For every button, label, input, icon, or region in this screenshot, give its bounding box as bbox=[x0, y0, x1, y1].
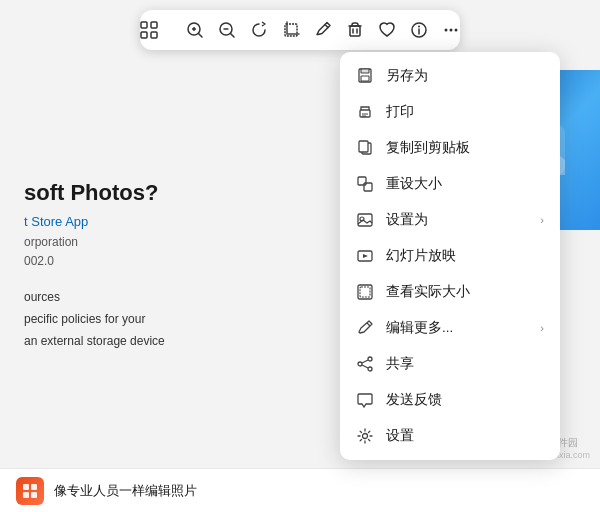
svg-point-42 bbox=[368, 367, 372, 371]
svg-rect-3 bbox=[151, 32, 157, 38]
menu-item-settings[interactable]: 设置 bbox=[340, 418, 560, 454]
svg-line-10 bbox=[231, 34, 235, 38]
menu-icon-save-as bbox=[356, 67, 374, 85]
rotate-icon[interactable] bbox=[250, 16, 268, 44]
menu-item-save-as[interactable]: 另存为 bbox=[340, 58, 560, 94]
menu-label-actual-size: 查看实际大小 bbox=[386, 283, 544, 301]
menu-icon-slideshow bbox=[356, 247, 374, 265]
page-resources: ources pecific policies for your an exte… bbox=[24, 287, 256, 352]
svg-rect-1 bbox=[151, 22, 157, 28]
menu-chevron-set-as: › bbox=[540, 214, 544, 226]
menu-item-slideshow[interactable]: 幻灯片放映 bbox=[340, 238, 560, 274]
menu-label-slideshow: 幻灯片放映 bbox=[386, 247, 544, 265]
svg-point-19 bbox=[445, 29, 448, 32]
svg-marker-37 bbox=[363, 254, 368, 258]
svg-rect-26 bbox=[361, 76, 369, 81]
svg-line-45 bbox=[362, 365, 368, 368]
svg-point-20 bbox=[450, 29, 453, 32]
menu-icon-set-as bbox=[356, 211, 374, 229]
svg-rect-49 bbox=[23, 492, 29, 498]
menu-label-print: 打印 bbox=[386, 103, 544, 121]
menu-icon-settings bbox=[356, 427, 374, 445]
heart-icon[interactable] bbox=[378, 16, 396, 44]
svg-point-43 bbox=[358, 362, 362, 366]
delete-icon[interactable] bbox=[346, 16, 364, 44]
menu-label-save-as: 另存为 bbox=[386, 67, 544, 85]
menu-item-share[interactable]: 共享 bbox=[340, 346, 560, 382]
menu-label-set-as: 设置为 bbox=[386, 211, 528, 229]
page-version: 002.0 bbox=[24, 252, 256, 271]
menu-item-set-as[interactable]: 设置为› bbox=[340, 202, 560, 238]
svg-point-41 bbox=[368, 357, 372, 361]
crop-icon[interactable] bbox=[282, 16, 300, 44]
svg-point-21 bbox=[455, 29, 458, 32]
zoom-out-icon[interactable] bbox=[218, 16, 236, 44]
svg-point-18 bbox=[418, 26, 420, 28]
promo-bar[interactable]: 像专业人员一样编辑照片 bbox=[0, 468, 600, 512]
page-link[interactable]: t Store App bbox=[24, 214, 256, 229]
page-company: orporation bbox=[24, 233, 256, 252]
svg-rect-31 bbox=[359, 141, 368, 152]
promo-text: 像专业人员一样编辑照片 bbox=[54, 482, 197, 500]
svg-rect-47 bbox=[23, 484, 29, 490]
context-menu: 另存为打印复制到剪贴板重设大小设置为›幻灯片放映查看实际大小编辑更多...›共享… bbox=[340, 52, 560, 460]
menu-item-print[interactable]: 打印 bbox=[340, 94, 560, 130]
svg-rect-33 bbox=[364, 183, 372, 191]
svg-rect-39 bbox=[360, 287, 370, 297]
svg-line-7 bbox=[199, 34, 203, 38]
menu-icon-share bbox=[356, 355, 374, 373]
grid-icon[interactable] bbox=[140, 16, 158, 44]
pencil-icon[interactable] bbox=[314, 16, 332, 44]
menu-label-settings: 设置 bbox=[386, 427, 544, 445]
page-info: soft Photos? t Store App orporation 002.… bbox=[0, 160, 280, 372]
menu-item-feedback[interactable]: 发送反馈 bbox=[340, 382, 560, 418]
menu-item-actual-size[interactable]: 查看实际大小 bbox=[340, 274, 560, 310]
menu-label-feedback: 发送反馈 bbox=[386, 391, 544, 409]
menu-icon-actual-size bbox=[356, 283, 374, 301]
svg-rect-0 bbox=[141, 22, 147, 28]
info-icon[interactable] bbox=[410, 16, 428, 44]
menu-chevron-edit-more: › bbox=[540, 322, 544, 334]
svg-rect-48 bbox=[31, 484, 37, 490]
menu-item-edit-more[interactable]: 编辑更多...› bbox=[340, 310, 560, 346]
promo-icon bbox=[16, 477, 44, 505]
svg-rect-50 bbox=[31, 492, 37, 498]
menu-label-edit-more: 编辑更多... bbox=[386, 319, 528, 337]
svg-line-12 bbox=[325, 25, 329, 29]
menu-icon-edit-more bbox=[356, 319, 374, 337]
menu-icon-resize bbox=[356, 175, 374, 193]
svg-rect-32 bbox=[358, 177, 366, 185]
menu-label-copy-clipboard: 复制到剪贴板 bbox=[386, 139, 544, 157]
more-options-icon[interactable] bbox=[442, 16, 460, 44]
menu-label-share: 共享 bbox=[386, 355, 544, 373]
menu-icon-feedback bbox=[356, 391, 374, 409]
svg-rect-25 bbox=[361, 69, 369, 73]
menu-icon-print bbox=[356, 103, 374, 121]
page-title: soft Photos? bbox=[24, 180, 256, 206]
svg-line-40 bbox=[367, 323, 370, 326]
svg-point-46 bbox=[363, 434, 368, 439]
zoom-in-icon[interactable] bbox=[186, 16, 204, 44]
menu-icon-copy-clipboard bbox=[356, 139, 374, 157]
svg-line-44 bbox=[362, 360, 368, 363]
svg-rect-2 bbox=[141, 32, 147, 38]
menu-item-copy-clipboard[interactable]: 复制到剪贴板 bbox=[340, 130, 560, 166]
menu-item-resize[interactable]: 重设大小 bbox=[340, 166, 560, 202]
svg-rect-13 bbox=[350, 26, 360, 36]
toolbar bbox=[140, 10, 460, 50]
menu-label-resize: 重设大小 bbox=[386, 175, 544, 193]
